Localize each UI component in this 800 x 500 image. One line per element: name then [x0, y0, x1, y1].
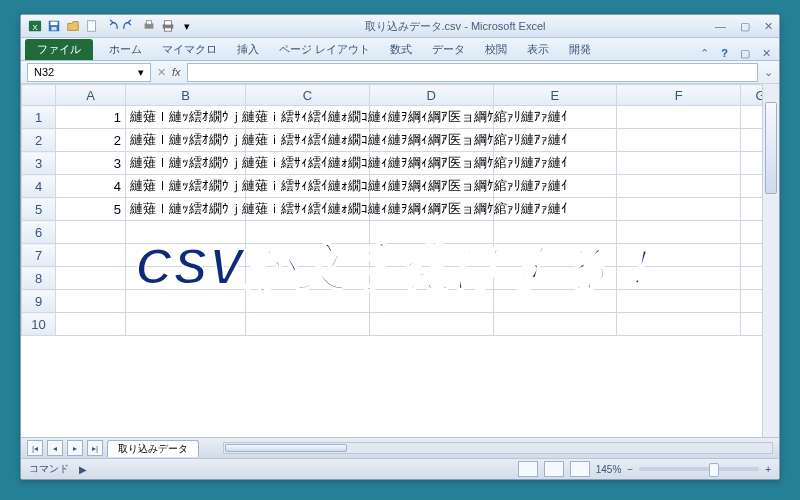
tab-view[interactable]: 表示 — [517, 39, 559, 60]
cell[interactable] — [126, 290, 246, 313]
qat-dropdown-icon[interactable]: ▾ — [179, 18, 195, 34]
cell[interactable] — [246, 221, 370, 244]
cell[interactable] — [617, 313, 741, 336]
tab-mymacro[interactable]: マイマクロ — [152, 39, 227, 60]
open-icon[interactable] — [65, 18, 81, 34]
record-macro-icon[interactable]: ▶ — [79, 464, 87, 475]
cell[interactable] — [369, 244, 493, 267]
file-tab[interactable]: ファイル — [25, 39, 93, 60]
row-header[interactable]: 4 — [22, 175, 56, 198]
maximize-button[interactable]: ▢ — [740, 20, 750, 33]
cell[interactable]: 縺薙ｌ縺ｯ繧ｵ繝ｳｊ縺薙ｉ繧ｻｨ繧ｲ縺ｫ繝ｺ縺ｨ縺ｦ綱ｨ綱ｱ医ョ綱ｹ綰ｧﾘ縺ｱｧ… — [126, 198, 246, 221]
close-workbook-button[interactable]: ✕ — [762, 47, 771, 60]
cell[interactable] — [617, 106, 741, 129]
scrollbar-thumb[interactable] — [225, 444, 347, 452]
tab-formulas[interactable]: 数式 — [380, 39, 422, 60]
cell[interactable]: 5 — [56, 198, 126, 221]
row-header[interactable]: 10 — [22, 313, 56, 336]
scrollbar-thumb[interactable] — [765, 102, 777, 194]
cell[interactable] — [126, 267, 246, 290]
restore-workbook-button[interactable]: ▢ — [740, 47, 750, 60]
zoom-out-button[interactable]: − — [627, 464, 633, 475]
row-header[interactable]: 2 — [22, 129, 56, 152]
minimize-button[interactable]: — — [715, 20, 726, 33]
cell[interactable] — [617, 198, 741, 221]
expand-formula-bar-icon[interactable]: ⌄ — [764, 66, 773, 79]
name-box[interactable]: N32▾ — [27, 63, 151, 82]
cell[interactable]: 3 — [56, 152, 126, 175]
cell[interactable] — [617, 152, 741, 175]
page-break-view-button[interactable] — [570, 461, 590, 477]
cell[interactable] — [617, 244, 741, 267]
new-icon[interactable] — [84, 18, 100, 34]
cell[interactable] — [493, 221, 617, 244]
cell[interactable] — [246, 290, 370, 313]
fx-icon[interactable]: fx — [172, 66, 181, 78]
cell[interactable] — [493, 313, 617, 336]
close-button[interactable]: ✕ — [764, 20, 773, 33]
cell[interactable] — [369, 290, 493, 313]
minimize-ribbon-icon[interactable]: ⌃ — [700, 47, 709, 60]
row-header[interactable]: 8 — [22, 267, 56, 290]
cell[interactable] — [369, 221, 493, 244]
normal-view-button[interactable] — [518, 461, 538, 477]
row-header[interactable]: 7 — [22, 244, 56, 267]
row-header[interactable]: 1 — [22, 106, 56, 129]
cell[interactable]: 縺薙ｌ縺ｯ繧ｵ繝ｳｊ縺薙ｉ繧ｻｨ繧ｲ縺ｫ繝ｺ縺ｨ縺ｦ綱ｨ綱ｱ医ョ綱ｹ綰ｧﾘ縺ｱｧ… — [126, 129, 246, 152]
horizontal-scrollbar[interactable] — [223, 442, 773, 454]
cell[interactable] — [617, 267, 741, 290]
tab-home[interactable]: ホーム — [99, 39, 152, 60]
tab-review[interactable]: 校閲 — [475, 39, 517, 60]
row-header[interactable]: 9 — [22, 290, 56, 313]
cell[interactable] — [126, 313, 246, 336]
save-icon[interactable] — [46, 18, 62, 34]
cell[interactable]: 2 — [56, 129, 126, 152]
zoom-level[interactable]: 145% — [596, 464, 622, 475]
col-header[interactable]: D — [369, 85, 493, 106]
cell[interactable]: 縺薙ｌ縺ｯ繧ｵ繝ｳｊ縺薙ｉ繧ｻｨ繧ｲ縺ｫ繝ｺ縺ｨ縺ｦ綱ｨ綱ｱ医ョ綱ｹ綰ｧﾘ縺ｱｧ… — [126, 106, 246, 129]
cell[interactable] — [246, 244, 370, 267]
row-header[interactable]: 6 — [22, 221, 56, 244]
col-header[interactable]: A — [56, 85, 126, 106]
grid[interactable]: A B C D E F G 11縺薙ｌ縺ｯ繧ｵ繝ｳｊ縺薙ｉ繧ｻｨ繧ｲ縺ｫ繝ｺ縺ｨ… — [21, 84, 779, 336]
cell[interactable] — [56, 267, 126, 290]
cell[interactable] — [56, 244, 126, 267]
page-layout-view-button[interactable] — [544, 461, 564, 477]
cell[interactable]: 縺薙ｌ縺ｯ繧ｵ繝ｳｊ縺薙ｉ繧ｻｨ繧ｲ縺ｫ繝ｺ縺ｨ縺ｦ綱ｨ綱ｱ医ョ綱ｹ綰ｧﾘ縺ｱｧ… — [126, 175, 246, 198]
cell[interactable]: 1 — [56, 106, 126, 129]
cell[interactable] — [56, 221, 126, 244]
cell[interactable]: 縺薙ｌ縺ｯ繧ｵ繝ｳｊ縺薙ｉ繧ｻｨ繧ｲ縺ｫ繝ｺ縺ｨ縺ｦ綱ｨ綱ｱ医ョ綱ｹ綰ｧﾘ縺ｱｧ… — [126, 152, 246, 175]
sheet-nav-next[interactable]: ▸ — [67, 440, 83, 456]
col-header[interactable]: F — [617, 85, 741, 106]
row-header[interactable]: 3 — [22, 152, 56, 175]
cell[interactable] — [126, 244, 246, 267]
cell[interactable]: 4 — [56, 175, 126, 198]
zoom-in-button[interactable]: + — [765, 464, 771, 475]
redo-icon[interactable] — [122, 18, 138, 34]
cell[interactable] — [369, 267, 493, 290]
cell[interactable] — [617, 221, 741, 244]
sheet-tab[interactable]: 取り込みデータ — [107, 440, 199, 457]
cell[interactable] — [56, 290, 126, 313]
col-header[interactable]: C — [246, 85, 370, 106]
cancel-icon[interactable]: ✕ — [157, 66, 166, 79]
sheet-nav-last[interactable]: ▸| — [87, 440, 103, 456]
cell[interactable] — [617, 129, 741, 152]
zoom-slider[interactable] — [639, 467, 759, 471]
cell[interactable] — [493, 267, 617, 290]
cell[interactable] — [617, 175, 741, 198]
vertical-scrollbar[interactable] — [762, 84, 779, 437]
cell[interactable] — [493, 290, 617, 313]
cell[interactable] — [493, 244, 617, 267]
cell[interactable] — [246, 313, 370, 336]
row-header[interactable]: 5 — [22, 198, 56, 221]
col-header[interactable]: B — [126, 85, 246, 106]
tab-developer[interactable]: 開発 — [559, 39, 601, 60]
print-preview-icon[interactable] — [141, 18, 157, 34]
cell[interactable] — [369, 313, 493, 336]
col-header[interactable]: E — [493, 85, 617, 106]
tab-data[interactable]: データ — [422, 39, 475, 60]
select-all-corner[interactable] — [22, 85, 56, 106]
undo-icon[interactable] — [103, 18, 119, 34]
tab-insert[interactable]: 挿入 — [227, 39, 269, 60]
